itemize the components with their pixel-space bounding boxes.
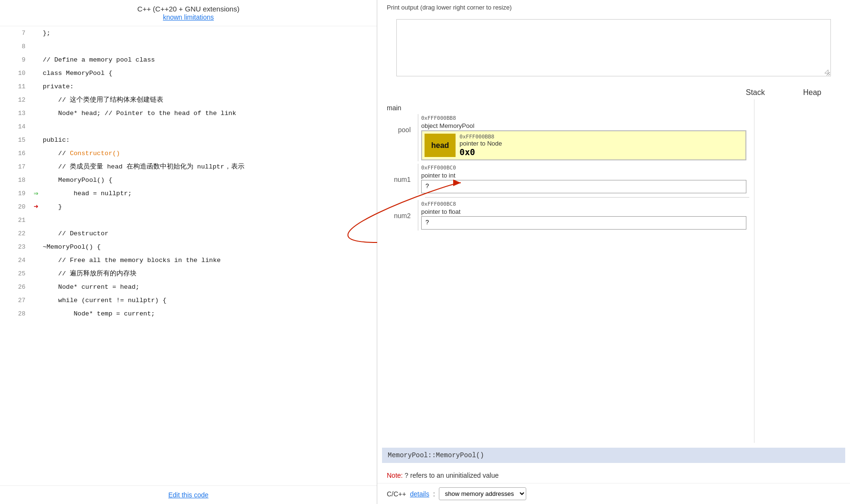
edit-code-link[interactable]: Edit this code <box>168 491 208 499</box>
notes-section: Note: ? refers to an uninitialized value <box>377 468 850 483</box>
table-row: 7 }; <box>0 26 377 40</box>
table-row: 12 // 这个类使用了结构体来创建链表 <box>0 93 377 106</box>
num1-var-block: 0xFFF000BC0 pointer to int ? <box>418 164 749 194</box>
pool-field-type: pointer to Node <box>459 140 743 147</box>
num2-var-row: num2 0xFFF000BC8 pointer to float ? <box>382 200 749 233</box>
pool-var-block: 0xFFF000BB8 object MemoryPool head 0xFFF… <box>418 114 749 161</box>
current-line-indicator-green: ⇒ <box>34 189 39 198</box>
stack-heap-header: Stack Heap <box>377 86 850 99</box>
num2-address: 0xFFF000BC8 <box>418 200 749 208</box>
pool-inner: head 0xFFF000BB8 pointer to Node 0x0 <box>425 134 743 157</box>
code-footer: Edit this code <box>0 485 377 504</box>
table-row: 26 Node* current = head; <box>0 280 377 294</box>
code-panel: C++ (C++20 + GNU extensions) known limit… <box>0 0 377 504</box>
bottom-prefix: C/C++ <box>387 490 406 498</box>
num1-num2-divider <box>425 197 749 198</box>
pool-object-label: object MemoryPool <box>418 122 749 129</box>
table-row: 28 Node* temp = current; <box>0 307 377 320</box>
table-row: 25 // 遍历释放所有的内存块 <box>0 267 377 280</box>
table-row: 9 // Define a memory pool class <box>0 53 377 66</box>
table-row: 24 // Free all the memory blocks in the … <box>0 253 377 267</box>
diagram-container: main pool 0xFFF000BB8 object MemoryPool … <box>377 99 850 443</box>
heap-label: Heap <box>803 88 821 97</box>
stack-label: Stack <box>746 88 765 97</box>
num1-type: pointer to int <box>418 172 749 179</box>
stack-area: main pool 0xFFF000BB8 object MemoryPool … <box>377 99 754 443</box>
bottom-colon: : <box>433 490 435 498</box>
num2-type: pointer to float <box>418 208 749 215</box>
num2-var-block: 0xFFF000BC8 pointer to float ? <box>418 200 749 231</box>
pool-var-row: pool 0xFFF000BB8 object MemoryPool head <box>382 114 749 161</box>
heap-area <box>754 99 850 443</box>
main-frame-label: main <box>387 104 749 112</box>
table-row: 8 <box>0 40 377 53</box>
show-memory-addresses-dropdown[interactable]: show memory addresses hide memory addres… <box>439 487 526 500</box>
note-text: ? refers to an uninitialized value <box>403 472 499 479</box>
pool-field-value: 0x0 <box>459 147 743 157</box>
code-content: 7 }; 8 9 // Define a memory pool class <box>0 26 377 485</box>
table-row: 19 ⇒ head = nullptr; <box>0 187 377 200</box>
table-row: 14 <box>0 120 377 133</box>
code-header: C++ (C++20 + GNU extensions) known limit… <box>0 0 377 26</box>
print-output-label: Print output (drag lower right corner to… <box>387 4 512 11</box>
pool-var-name: pool <box>382 114 418 134</box>
num1-address: 0xFFF000BC0 <box>418 164 749 172</box>
main-container: C++ (C++20 + GNU extensions) known limit… <box>0 0 850 504</box>
language-label: C++ (C++20 + GNU extensions) <box>5 5 372 13</box>
table-row: 11 private: <box>0 80 377 93</box>
resize-handle-icon[interactable]: ⊿ <box>824 67 829 75</box>
print-output-wrapper: Print output (drag lower right corner to… <box>387 14 840 81</box>
table-row: 22 // Destructor <box>0 227 377 240</box>
print-output-box: ⊿ <box>396 19 831 76</box>
table-row: 17 // 类成员变量 head 在构造函数中初始化为 nullptr，表示 <box>0 160 377 173</box>
right-panel: Print output (drag lower right corner to… <box>377 0 850 504</box>
pool-highlight-block: head 0xFFF000BB8 pointer to Node 0x0 <box>421 130 746 160</box>
call-stack-section: MemoryPool::MemoryPool() <box>382 448 845 463</box>
table-row: 27 while (current != nullptr) { <box>0 294 377 307</box>
pool-field-name-cell: head <box>425 134 456 157</box>
details-link[interactable]: details <box>410 490 429 498</box>
num2-value: ? <box>421 216 746 230</box>
table-row: 13 Node* head; // Pointer to the head of… <box>0 106 377 120</box>
known-limitations-link[interactable]: known limitations <box>163 13 214 21</box>
table-row: 21 <box>0 213 377 227</box>
bottom-bar: C/C++ details : show memory addresses hi… <box>377 483 850 504</box>
num2-var-name: num2 <box>382 200 418 220</box>
table-row: 20 ➜ } <box>0 200 377 213</box>
code-table: 7 }; 8 9 // Define a memory pool class <box>0 26 377 320</box>
pool-field-detail: 0xFFF000BB8 pointer to Node 0x0 <box>456 134 743 157</box>
pool-outer-address: 0xFFF000BB8 <box>418 114 749 122</box>
table-row: 16 // Constructor() <box>0 147 377 160</box>
num1-value: ? <box>421 180 746 193</box>
table-row: 23 ~MemoryPool() { <box>0 240 377 253</box>
table-row: 15 public: <box>0 133 377 147</box>
table-row: 10 class MemoryPool { <box>0 66 377 80</box>
table-row: 18 MemoryPool() { <box>0 173 377 187</box>
note-prefix: Note: <box>387 472 403 479</box>
pool-field-address: 0xFFF000BB8 <box>459 134 743 140</box>
num1-var-row: num1 0xFFF000BC0 pointer to int ? <box>382 164 749 197</box>
num1-var-name: num1 <box>382 164 418 183</box>
call-stack-label: MemoryPool::MemoryPool() <box>388 452 484 459</box>
current-line-indicator-red: ➜ <box>34 203 39 211</box>
